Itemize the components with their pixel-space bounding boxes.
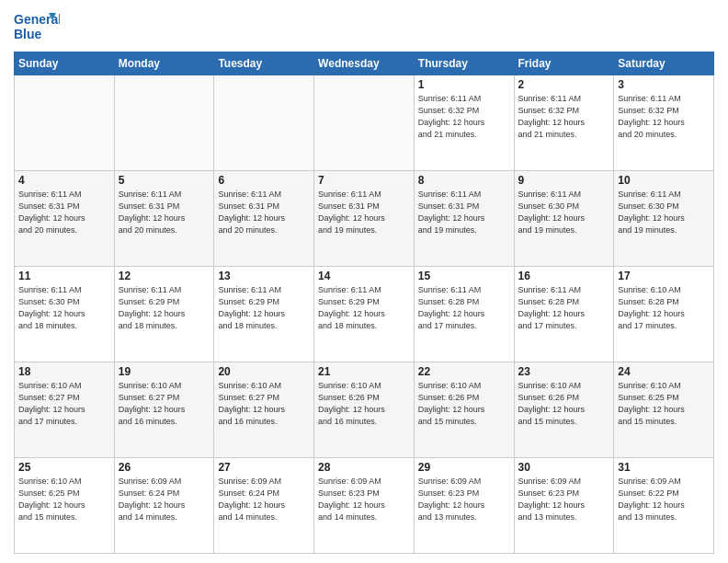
page: GeneralBlue SundayMondayTuesdayWednesday… [0,0,728,563]
logo: GeneralBlue [14,9,60,44]
calendar-day-cell: 26Sunrise: 6:09 AM Sunset: 6:24 PM Dayli… [114,458,214,554]
weekday-header-friday: Friday [514,52,614,75]
calendar-day-cell [314,75,415,171]
day-info: Sunrise: 6:10 AM Sunset: 6:27 PM Dayligh… [119,380,210,428]
weekday-header-row: SundayMondayTuesdayWednesdayThursdayFrid… [15,52,714,75]
day-number: 12 [119,270,210,282]
calendar-day-cell: 20Sunrise: 6:10 AM Sunset: 6:27 PM Dayli… [214,362,314,458]
day-info: Sunrise: 6:10 AM Sunset: 6:25 PM Dayligh… [618,380,710,428]
calendar-table: SundayMondayTuesdayWednesdayThursdayFrid… [14,52,714,554]
calendar-day-cell: 29Sunrise: 6:09 AM Sunset: 6:23 PM Dayli… [414,458,514,554]
calendar-day-cell: 2Sunrise: 6:11 AM Sunset: 6:32 PM Daylig… [514,75,614,171]
day-number: 7 [318,174,410,187]
header: GeneralBlue [14,9,714,44]
calendar-day-cell: 15Sunrise: 6:11 AM Sunset: 6:28 PM Dayli… [414,267,514,362]
day-number: 3 [618,78,710,91]
day-number: 18 [18,365,110,378]
day-number: 19 [119,365,210,378]
calendar-day-cell: 31Sunrise: 6:09 AM Sunset: 6:22 PM Dayli… [614,458,714,554]
day-number: 21 [318,365,410,378]
day-number: 31 [618,461,710,474]
day-number: 9 [518,174,610,187]
calendar-day-cell: 17Sunrise: 6:10 AM Sunset: 6:28 PM Dayli… [614,267,714,362]
calendar-day-cell [15,75,115,171]
day-info: Sunrise: 6:11 AM Sunset: 6:32 PM Dayligh… [418,93,510,141]
day-info: Sunrise: 6:11 AM Sunset: 6:29 PM Dayligh… [318,284,410,332]
calendar-day-cell: 16Sunrise: 6:11 AM Sunset: 6:28 PM Dayli… [514,267,614,362]
day-info: Sunrise: 6:09 AM Sunset: 6:23 PM Dayligh… [318,476,410,523]
calendar-day-cell: 1Sunrise: 6:11 AM Sunset: 6:32 PM Daylig… [414,75,514,171]
day-number: 30 [518,461,610,474]
day-info: Sunrise: 6:10 AM Sunset: 6:27 PM Dayligh… [18,380,110,428]
day-info: Sunrise: 6:09 AM Sunset: 6:23 PM Dayligh… [418,476,510,523]
day-number: 24 [618,365,710,378]
day-number: 28 [318,461,410,474]
calendar-day-cell: 22Sunrise: 6:10 AM Sunset: 6:26 PM Dayli… [414,362,514,458]
day-info: Sunrise: 6:11 AM Sunset: 6:31 PM Dayligh… [318,189,410,236]
day-info: Sunrise: 6:09 AM Sunset: 6:24 PM Dayligh… [119,476,210,523]
day-number: 6 [218,174,310,187]
day-info: Sunrise: 6:11 AM Sunset: 6:28 PM Dayligh… [518,284,610,332]
day-number: 23 [518,365,610,378]
day-number: 29 [418,461,510,474]
calendar-day-cell: 18Sunrise: 6:10 AM Sunset: 6:27 PM Dayli… [15,362,115,458]
svg-text:Blue: Blue [14,27,42,41]
calendar-day-cell: 23Sunrise: 6:10 AM Sunset: 6:26 PM Dayli… [514,362,614,458]
calendar-day-cell: 3Sunrise: 6:11 AM Sunset: 6:32 PM Daylig… [614,75,714,171]
calendar-day-cell: 9Sunrise: 6:11 AM Sunset: 6:30 PM Daylig… [514,171,614,267]
day-info: Sunrise: 6:11 AM Sunset: 6:29 PM Dayligh… [218,284,310,332]
day-info: Sunrise: 6:09 AM Sunset: 6:24 PM Dayligh… [218,476,310,523]
calendar-week-row: 1Sunrise: 6:11 AM Sunset: 6:32 PM Daylig… [15,75,714,171]
weekday-header-wednesday: Wednesday [314,52,415,75]
day-number: 5 [119,174,210,187]
calendar-week-row: 4Sunrise: 6:11 AM Sunset: 6:31 PM Daylig… [15,171,714,267]
day-number: 20 [218,365,310,378]
day-number: 10 [618,174,710,187]
day-number: 13 [218,270,310,282]
day-info: Sunrise: 6:11 AM Sunset: 6:29 PM Dayligh… [119,284,210,332]
day-number: 8 [418,174,510,187]
day-info: Sunrise: 6:11 AM Sunset: 6:30 PM Dayligh… [518,189,610,236]
calendar-day-cell: 7Sunrise: 6:11 AM Sunset: 6:31 PM Daylig… [314,171,415,267]
weekday-header-monday: Monday [114,52,214,75]
calendar-day-cell: 14Sunrise: 6:11 AM Sunset: 6:29 PM Dayli… [314,267,415,362]
logo-icon: GeneralBlue [14,9,60,44]
day-number: 27 [218,461,310,474]
calendar-day-cell: 6Sunrise: 6:11 AM Sunset: 6:31 PM Daylig… [214,171,314,267]
day-info: Sunrise: 6:11 AM Sunset: 6:31 PM Dayligh… [18,189,110,236]
calendar-day-cell: 19Sunrise: 6:10 AM Sunset: 6:27 PM Dayli… [114,362,214,458]
day-info: Sunrise: 6:11 AM Sunset: 6:31 PM Dayligh… [418,189,510,236]
calendar-week-row: 18Sunrise: 6:10 AM Sunset: 6:27 PM Dayli… [15,362,714,458]
day-number: 4 [18,174,110,187]
day-number: 26 [119,461,210,474]
day-number: 11 [18,270,110,282]
day-number: 15 [418,270,510,282]
day-info: Sunrise: 6:11 AM Sunset: 6:32 PM Dayligh… [618,93,710,141]
day-info: Sunrise: 6:10 AM Sunset: 6:26 PM Dayligh… [418,380,510,428]
calendar-day-cell: 5Sunrise: 6:11 AM Sunset: 6:31 PM Daylig… [114,171,214,267]
day-info: Sunrise: 6:09 AM Sunset: 6:23 PM Dayligh… [518,476,610,523]
day-number: 17 [618,270,710,282]
day-info: Sunrise: 6:11 AM Sunset: 6:30 PM Dayligh… [18,284,110,332]
weekday-header-saturday: Saturday [614,52,714,75]
day-info: Sunrise: 6:11 AM Sunset: 6:31 PM Dayligh… [119,189,210,236]
calendar-day-cell [214,75,314,171]
calendar-day-cell: 30Sunrise: 6:09 AM Sunset: 6:23 PM Dayli… [514,458,614,554]
day-info: Sunrise: 6:10 AM Sunset: 6:26 PM Dayligh… [518,380,610,428]
calendar-day-cell: 27Sunrise: 6:09 AM Sunset: 6:24 PM Dayli… [214,458,314,554]
calendar-day-cell: 28Sunrise: 6:09 AM Sunset: 6:23 PM Dayli… [314,458,415,554]
calendar-day-cell: 4Sunrise: 6:11 AM Sunset: 6:31 PM Daylig… [15,171,115,267]
calendar-day-cell [114,75,214,171]
day-number: 1 [418,78,510,91]
day-info: Sunrise: 6:11 AM Sunset: 6:31 PM Dayligh… [218,189,310,236]
day-info: Sunrise: 6:09 AM Sunset: 6:22 PM Dayligh… [618,476,710,523]
calendar-day-cell: 8Sunrise: 6:11 AM Sunset: 6:31 PM Daylig… [414,171,514,267]
day-number: 16 [518,270,610,282]
calendar-day-cell: 13Sunrise: 6:11 AM Sunset: 6:29 PM Dayli… [214,267,314,362]
calendar-day-cell: 25Sunrise: 6:10 AM Sunset: 6:25 PM Dayli… [15,458,115,554]
calendar-day-cell: 10Sunrise: 6:11 AM Sunset: 6:30 PM Dayli… [614,171,714,267]
day-info: Sunrise: 6:10 AM Sunset: 6:28 PM Dayligh… [618,284,710,332]
calendar-day-cell: 21Sunrise: 6:10 AM Sunset: 6:26 PM Dayli… [314,362,415,458]
calendar-day-cell: 12Sunrise: 6:11 AM Sunset: 6:29 PM Dayli… [114,267,214,362]
day-number: 25 [18,461,110,474]
